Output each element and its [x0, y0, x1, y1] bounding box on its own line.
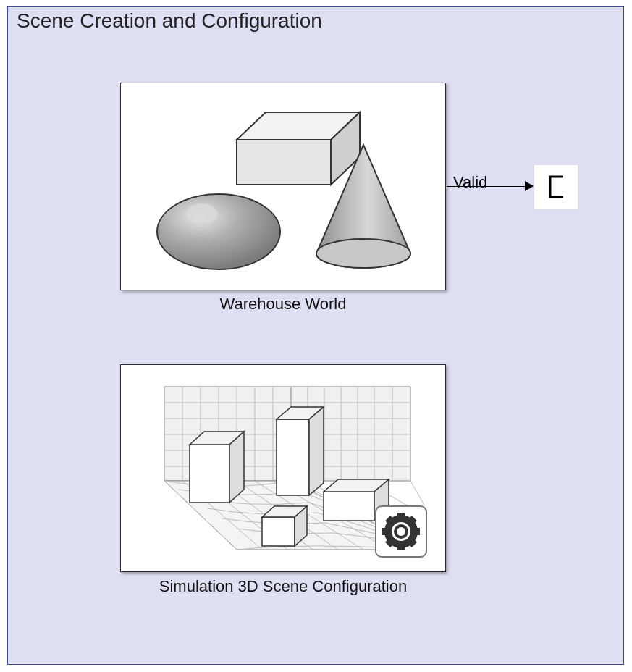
warehouse-world-block[interactable]: [120, 83, 446, 290]
svg-marker-48: [324, 492, 374, 521]
svg-point-5: [316, 239, 410, 268]
terminator-icon: [534, 165, 578, 209]
svg-point-62: [397, 527, 405, 536]
svg-marker-39: [190, 445, 229, 503]
diagram-panel: Scene Creation and Configuration: [7, 6, 624, 665]
panel-title: Scene Creation and Configuration: [17, 9, 322, 33]
svg-marker-45: [262, 517, 295, 546]
svg-marker-44: [309, 407, 324, 495]
svg-marker-42: [277, 419, 309, 495]
svg-marker-0: [237, 140, 331, 185]
gear-icon: [376, 506, 426, 557]
scene-3d-icon: [121, 365, 445, 571]
svg-point-3: [157, 194, 280, 269]
terminator-block[interactable]: [534, 164, 578, 209]
ellipsoid-icon: [157, 194, 280, 269]
svg-point-4: [186, 203, 218, 224]
warehouse-world-label: Warehouse World: [120, 295, 446, 314]
signal-arrowhead: [525, 181, 534, 191]
port-valid-label: Valid: [453, 173, 487, 192]
scene-config-label: Simulation 3D Scene Configuration: [120, 577, 446, 596]
scene-config-block[interactable]: [120, 364, 446, 572]
box-icon: [237, 112, 360, 185]
signal-line: [447, 186, 526, 187]
svg-marker-41: [229, 432, 244, 503]
shapes-icon: [121, 83, 445, 290]
